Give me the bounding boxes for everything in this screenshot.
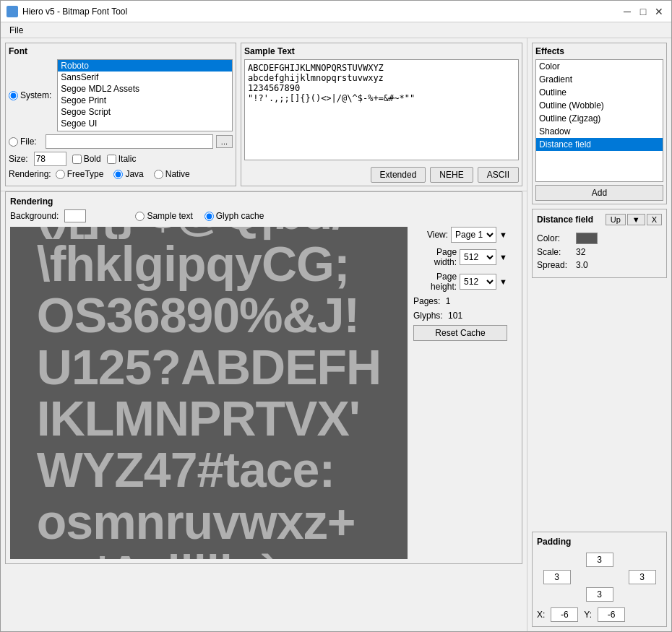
df-color-swatch[interactable]	[576, 233, 598, 244]
font-list-item-sansserif[interactable]: SansSerif	[58, 72, 232, 83]
view-controls: View: Page 1 ▼ Page width: 512 256 10	[413, 227, 507, 559]
padding-x-label: X:	[537, 610, 545, 620]
padding-xy-row: X: Y:	[537, 607, 662, 622]
glyph-display: ()[]{} $@Q|bd/ \fhklgipqyCG; OS36890%&J!…	[31, 227, 387, 559]
rendering-panel-title: Rendering	[10, 196, 517, 207]
main-content: Font System: Roboto SansSerif Segoe MDL2…	[1, 38, 671, 631]
sample-text-radio-label[interactable]: Sample text	[135, 211, 192, 221]
padding-bottom-input[interactable]	[586, 587, 613, 602]
freetype-radio[interactable]	[56, 170, 65, 179]
padding-title: Padding	[537, 537, 662, 547]
page-width-select[interactable]: 512 256 1024	[460, 249, 496, 265]
italic-checkbox[interactable]	[107, 155, 116, 164]
effect-shadow[interactable]: Shadow	[536, 125, 663, 138]
effect-outline-zigzag[interactable]: Outline (Zigzag)	[536, 112, 663, 125]
title-bar: Hiero v5 - Bitmap Font Tool ─ □ ✕	[1, 1, 671, 22]
df-spread-label: Spread:	[537, 260, 573, 270]
java-radio[interactable]	[113, 170, 123, 179]
font-panel-title: Font	[9, 46, 233, 56]
reset-cache-button[interactable]: Reset Cache	[413, 325, 507, 341]
window-controls: ─ □ ✕	[621, 5, 665, 18]
italic-checkbox-label[interactable]: Italic	[107, 154, 137, 164]
distance-field-panel: Distance field Up ▼ X Color: Scale: 32	[532, 209, 667, 278]
df-color-label: Color:	[537, 233, 573, 243]
system-radio[interactable]	[9, 91, 18, 100]
left-center-area: Font System: Roboto SansSerif Segoe MDL2…	[1, 38, 527, 631]
background-swatch[interactable]	[64, 209, 86, 222]
df-color-row: Color:	[537, 233, 662, 244]
page-height-select[interactable]: 512 256 1024	[460, 274, 496, 290]
effect-distance-field[interactable]: Distance field	[536, 138, 663, 151]
padding-x-input[interactable]	[551, 607, 578, 622]
page-height-dropdown-icon[interactable]: ▼	[499, 277, 507, 286]
padding-y-input[interactable]	[598, 607, 625, 622]
distance-field-title: Distance field	[537, 215, 593, 225]
add-effect-button[interactable]: Add	[535, 185, 663, 201]
df-scale-row: Scale: 32	[537, 247, 662, 257]
app-icon	[7, 6, 18, 17]
spacer	[532, 282, 667, 527]
menu-file[interactable]: File	[4, 24, 29, 37]
effect-outline[interactable]: Outline	[536, 86, 663, 99]
effect-outline-wobble[interactable]: Outline (Wobble)	[536, 99, 663, 112]
native-radio-label[interactable]: Native	[154, 169, 190, 179]
sample-text-radio[interactable]	[135, 212, 145, 221]
rendering-main-area: ()[]{} $@Q|bd/ \fhklgipqyCG; OS36890%&J!…	[10, 227, 517, 559]
close-button[interactable]: ✕	[652, 5, 665, 18]
effects-list[interactable]: Color Gradient Outline Outline (Wobble) …	[535, 59, 663, 182]
page-width-row: Page width: 512 256 1024 ▼	[413, 247, 507, 267]
maximize-button[interactable]: □	[637, 5, 650, 18]
font-system-row: System: Roboto SansSerif Segoe MDL2 Asse…	[9, 59, 233, 131]
freetype-radio-label[interactable]: FreeType	[56, 169, 104, 179]
font-list-item-segoemdl2[interactable]: Segoe MDL2 Assets	[58, 83, 232, 95]
df-remove-button[interactable]: X	[647, 214, 662, 225]
sample-panel: Sample Text Extended NEHE ASCII	[241, 43, 522, 186]
font-list-item-segoeprint[interactable]: Segoe Print	[58, 95, 232, 106]
menu-bar: File	[1, 22, 671, 38]
padding-y-label: Y:	[584, 610, 592, 620]
font-list-item-seoescript[interactable]: Segoe Script	[58, 106, 232, 118]
minimize-button[interactable]: ─	[621, 5, 634, 18]
view-row: View: Page 1 ▼	[413, 227, 507, 243]
font-list-item-segoeui[interactable]: Segoe UI	[58, 118, 232, 129]
font-list-container[interactable]: Roboto SansSerif Segoe MDL2 Assets Segoe…	[57, 59, 233, 131]
bold-checkbox-label[interactable]: Bold	[72, 154, 101, 164]
padding-right-input[interactable]	[629, 570, 656, 584]
java-radio-label[interactable]: Java	[113, 169, 143, 179]
df-spread-row: Spread: 3.0	[537, 260, 662, 270]
page-width-dropdown-icon[interactable]: ▼	[499, 253, 507, 261]
padding-top-input[interactable]	[586, 553, 613, 567]
font-list-item-roboto[interactable]: Roboto	[58, 60, 232, 72]
glyphs-row: Glyphs: 101	[413, 311, 507, 321]
ascii-button[interactable]: ASCII	[478, 167, 519, 183]
effect-gradient[interactable]: Gradient	[536, 73, 663, 86]
page-height-row: Page height: 512 256 1024 ▼	[413, 272, 507, 292]
file-radio[interactable]	[9, 137, 18, 147]
page-width-label: Page width:	[413, 247, 457, 267]
sample-textarea[interactable]	[244, 59, 519, 160]
df-down-button[interactable]: ▼	[627, 214, 645, 225]
glyphs-value: 101	[448, 311, 462, 321]
view-select[interactable]: Page 1	[451, 227, 496, 243]
system-radio-label[interactable]: System:	[9, 90, 51, 100]
extended-button[interactable]: Extended	[371, 167, 426, 183]
df-up-button[interactable]: Up	[606, 214, 626, 225]
browse-button[interactable]: ...	[216, 135, 233, 148]
right-panel: Effects Color Gradient Outline Outline (…	[527, 38, 671, 631]
rendering-label: Rendering:	[9, 169, 51, 179]
bold-checkbox[interactable]	[72, 155, 82, 164]
file-path-input[interactable]	[46, 134, 213, 149]
df-up-down-controls: Up ▼ X	[606, 214, 662, 225]
rendering-panel: Rendering Background: Sample text Glyph …	[5, 191, 522, 564]
glyph-cache-radio-label[interactable]: Glyph cache	[204, 211, 264, 221]
nehe-button[interactable]: NEHE	[430, 167, 473, 183]
native-radio[interactable]	[154, 170, 163, 179]
size-input[interactable]	[34, 152, 66, 166]
size-label: Size:	[9, 154, 28, 164]
file-radio-label[interactable]: File:	[9, 137, 37, 147]
glyph-cache-radio[interactable]	[204, 212, 214, 221]
padding-left-input[interactable]	[543, 570, 571, 584]
view-dropdown-icon[interactable]: ▼	[499, 230, 507, 239]
effect-color[interactable]: Color	[536, 60, 663, 73]
background-label: Background:	[10, 211, 59, 221]
